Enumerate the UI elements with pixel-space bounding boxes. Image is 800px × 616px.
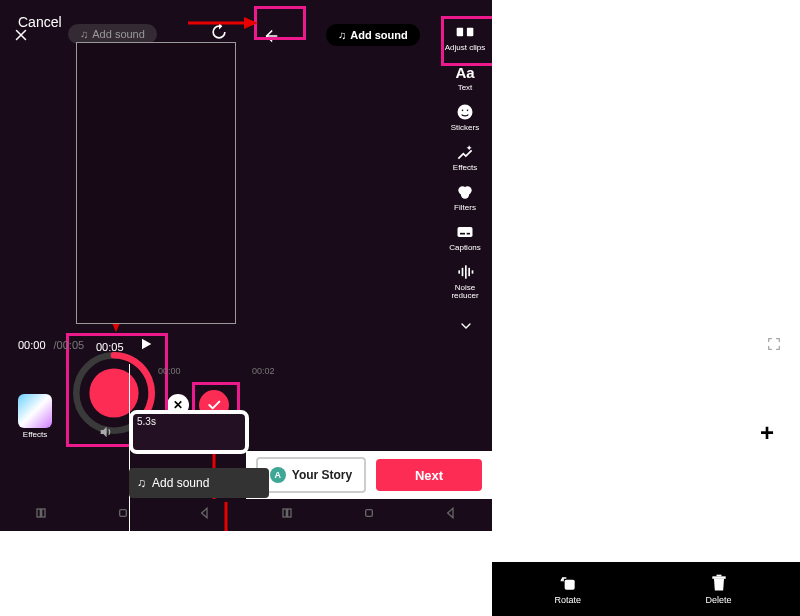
svg-rect-21 (42, 509, 45, 517)
playback-bar: 00:00/00:05 (0, 336, 800, 354)
svg-rect-52 (564, 580, 574, 590)
svg-rect-38 (465, 265, 467, 278)
svg-rect-33 (457, 227, 472, 237)
time-current: 00:00 (18, 339, 46, 351)
svg-point-29 (467, 110, 469, 112)
volume-icon[interactable] (98, 424, 114, 444)
svg-rect-39 (468, 268, 470, 276)
text-icon: Aa (455, 62, 475, 82)
rotate-button[interactable]: Rotate (492, 573, 643, 605)
svg-rect-35 (467, 233, 470, 235)
svg-rect-42 (288, 509, 291, 517)
fullscreen-icon[interactable] (766, 336, 782, 354)
timeline-tick: 00:00 (158, 366, 181, 376)
nav-recent-icon[interactable] (279, 505, 295, 525)
svg-rect-22 (120, 510, 127, 517)
next-button[interactable]: Next (376, 459, 482, 491)
add-sound-label: Add sound (152, 476, 209, 490)
svg-rect-20 (37, 509, 40, 517)
effects-button[interactable]: Effects (18, 394, 52, 439)
effects-icon (455, 142, 475, 162)
your-story-button[interactable]: A Your Story (256, 457, 366, 493)
nav-back-icon[interactable] (197, 505, 213, 525)
svg-rect-53 (712, 576, 725, 579)
delete-icon (709, 573, 729, 593)
rotate-icon (558, 573, 578, 593)
effects-thumbnail (18, 394, 52, 428)
captions-tool[interactable]: Captions (449, 222, 481, 252)
timeline-tick: 00:02 (252, 366, 275, 376)
svg-rect-34 (460, 233, 465, 235)
nav-home-icon[interactable] (361, 505, 377, 525)
music-note-icon: ♫ (137, 476, 146, 490)
svg-point-14 (89, 368, 138, 417)
play-button[interactable] (138, 336, 154, 354)
gap (0, 531, 492, 616)
svg-rect-36 (458, 270, 460, 273)
plus-icon: + (760, 419, 774, 447)
svg-rect-40 (472, 270, 474, 273)
nav-back-icon[interactable] (443, 505, 459, 525)
avatar: A (270, 467, 286, 483)
next-label: Next (415, 468, 443, 483)
post-record-screen: ♫ Add sound Adjust clips Aa Text Sticker… (246, 0, 492, 531)
post-record-bottom-bar: A Your Story Next (246, 451, 492, 499)
cancel-button[interactable]: Cancel (18, 14, 62, 30)
filters-tool[interactable]: Filters (454, 182, 476, 212)
svg-rect-41 (283, 509, 286, 517)
svg-rect-54 (716, 575, 721, 577)
chevron-down-icon[interactable] (458, 318, 474, 338)
noise-reducer-icon (455, 262, 475, 282)
timeline-playhead[interactable] (129, 364, 130, 544)
timeline-clip[interactable]: 5.3s (129, 410, 249, 454)
text-tool[interactable]: Aa Text (455, 62, 475, 92)
stickers-tool[interactable]: Stickers (451, 102, 479, 132)
filters-icon (455, 182, 475, 202)
svg-rect-43 (366, 510, 373, 517)
music-note-icon: ♫ (338, 29, 346, 41)
clip-duration: 5.3s (137, 416, 156, 427)
svg-point-32 (461, 190, 469, 198)
edit-tool-column: Adjust clips Aa Text Stickers Effects Fi… (444, 22, 486, 300)
your-story-label: Your Story (292, 468, 352, 482)
time-total: /00:05 (54, 339, 85, 351)
video-preview[interactable] (76, 42, 236, 324)
nav-recent-icon[interactable] (33, 505, 49, 525)
svg-rect-37 (462, 268, 464, 276)
save-button[interactable]: Save (749, 14, 782, 30)
add-sound-row[interactable]: ♫ Add sound (129, 468, 269, 498)
delete-button[interactable]: Delete (643, 573, 794, 605)
effects-tool[interactable]: Effects (453, 142, 477, 172)
android-nav-bar (0, 499, 246, 531)
effects-label: Effects (18, 430, 52, 439)
add-sound-label: Add sound (350, 29, 407, 41)
add-clip-button[interactable]: + (750, 416, 784, 450)
android-nav-bar (246, 499, 492, 531)
svg-point-27 (457, 105, 472, 120)
noise-reducer-tool[interactable]: Noise reducer (444, 262, 486, 300)
stickers-icon (455, 102, 475, 122)
captions-icon (455, 222, 475, 242)
svg-point-28 (462, 110, 464, 112)
